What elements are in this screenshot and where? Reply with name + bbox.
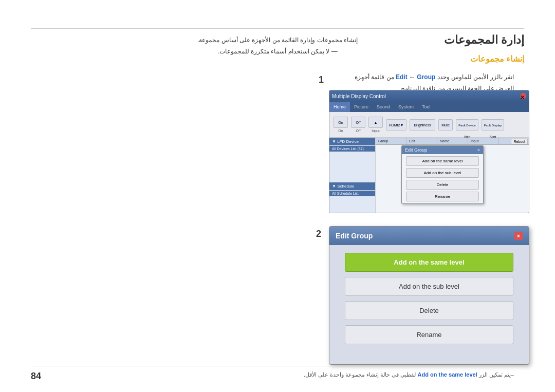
app-title: Multiple Display Control bbox=[332, 94, 518, 99]
rename-button[interactable]: Rename bbox=[345, 325, 513, 344]
tab-picture[interactable]: Picture bbox=[350, 102, 373, 112]
app-sidebar: ▼ LFD Device All Devices List (87) ▼ Sch… bbox=[329, 138, 376, 213]
toolbar-vol: Mute bbox=[438, 119, 453, 130]
page-main-title: إدارة المجموعات bbox=[444, 33, 524, 47]
app-toolbar: On On Off Off ▲ Input HDMI2▼ Brightness … bbox=[329, 112, 529, 138]
delete-button[interactable]: Delete bbox=[345, 301, 513, 320]
small-rename-btn[interactable]: Rename bbox=[406, 192, 479, 201]
edit-group-large-dialog: Edit Group × Add on the same level Add o… bbox=[329, 226, 529, 365]
small-add-sub-level-btn[interactable]: Add on the sub level bbox=[406, 168, 479, 178]
small-add-same-level-btn[interactable]: Add on the same level bbox=[406, 156, 479, 166]
btn-fault-display[interactable]: Fault Display Alert bbox=[482, 119, 504, 130]
btn-off[interactable]: Off bbox=[351, 117, 365, 128]
tab-system[interactable]: System bbox=[394, 102, 418, 112]
col-input: Input bbox=[468, 138, 499, 144]
btn-fault-device[interactable]: Fault Device Alert bbox=[456, 119, 478, 130]
add-sub-level-button[interactable]: Add on the sub level bbox=[345, 277, 513, 296]
add-same-level-button[interactable]: Add on the same level bbox=[345, 253, 513, 272]
app-titlebar: Multiple Display Control × bbox=[329, 90, 529, 102]
tab-tool[interactable]: Tool bbox=[418, 102, 435, 112]
toolbar-onoff: On On bbox=[334, 117, 348, 133]
lbl-on: On bbox=[338, 129, 343, 133]
col-edit: Edit bbox=[406, 138, 437, 144]
sidebar-schedule-section[interactable]: ▼ Schedule bbox=[329, 182, 375, 190]
step2-number: 2 bbox=[316, 229, 321, 239]
top-divider bbox=[31, 28, 524, 29]
step1-highlight-group: Group bbox=[417, 73, 435, 81]
edit-group-large-title: Edit Group × bbox=[329, 227, 529, 245]
col-group: Group bbox=[376, 138, 406, 144]
btn-mute[interactable]: Mute bbox=[438, 119, 453, 130]
table-header: Group Edit Name Input bbox=[376, 138, 529, 145]
toolbar-brightness: Brightness bbox=[410, 119, 435, 130]
btn-hdmi[interactable]: HDMI2▼ bbox=[386, 119, 406, 130]
edit-group-popup-small: Edit Group × Add on the same level Add o… bbox=[401, 145, 484, 204]
sidebar-all-devices[interactable]: All Devices List (87) bbox=[329, 146, 375, 152]
edit-group-body: Add on the same level Add on the sub lev… bbox=[329, 245, 529, 352]
lbl-input: Input bbox=[372, 129, 380, 133]
edit-group-close-button[interactable]: × bbox=[514, 232, 523, 240]
toolbar-hdmi: HDMI2▼ bbox=[386, 119, 406, 130]
toolbar-input: ▲ Input bbox=[368, 117, 383, 133]
step1-highlight-edit: Edit bbox=[396, 73, 408, 81]
toolbar-off: Off Off bbox=[351, 117, 365, 133]
tab-sound[interactable]: Sound bbox=[373, 102, 394, 112]
screenshot1-app-window: Multiple Display Control × Home Picture … bbox=[329, 90, 529, 213]
lbl-off: Off bbox=[356, 129, 360, 133]
step1-number: 1 bbox=[319, 74, 324, 85]
app-main-area: Group Edit Name Input HDMI2 21 Reboot Ed… bbox=[376, 138, 529, 213]
btn-brightness[interactable]: Brightness bbox=[410, 119, 435, 130]
toolbar-fault2: Fault Display Alert bbox=[482, 119, 504, 130]
intro-text: إنشاء مجموعات وإدارة القائمة من الأجهزة … bbox=[103, 35, 452, 57]
small-delete-btn[interactable]: Delete bbox=[406, 180, 479, 190]
btn-input[interactable]: ▲ bbox=[368, 117, 383, 128]
page-number: 84 bbox=[31, 371, 41, 382]
sidebar-lfd-section[interactable]: ▼ LFD Device bbox=[329, 138, 375, 145]
bottom-note-highlight: Add on the same level bbox=[418, 371, 477, 378]
sidebar-all-schedule[interactable]: All Schedule List bbox=[329, 191, 375, 196]
section-title: إنشاء مجموعات bbox=[470, 54, 524, 64]
reboot-button[interactable]: Reboot bbox=[511, 139, 528, 144]
tab-home[interactable]: Home bbox=[329, 102, 350, 112]
app-close-button[interactable]: × bbox=[520, 93, 526, 99]
bottom-divider bbox=[31, 366, 524, 366]
col-name: Name bbox=[437, 138, 468, 144]
bottom-note: –يتم تمكين الزر Add on the same level لف… bbox=[103, 370, 514, 380]
btn-on[interactable]: On bbox=[334, 117, 348, 128]
app-content-area: ▼ LFD Device All Devices List (87) ▼ Sch… bbox=[329, 138, 529, 213]
toolbar-fault: Fault Device Alert bbox=[456, 119, 478, 130]
edit-group-title-small: Edit Group × bbox=[402, 146, 483, 154]
app-tabs: Home Picture Sound System Tool bbox=[329, 102, 529, 112]
